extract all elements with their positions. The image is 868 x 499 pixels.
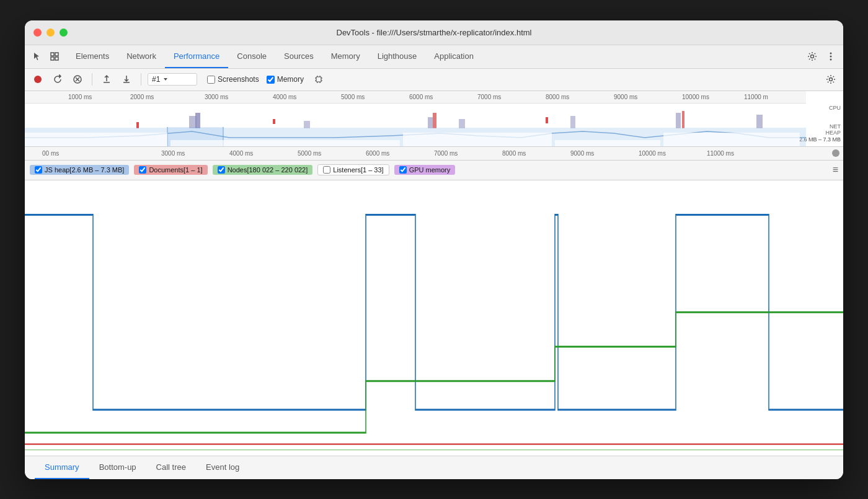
heap-step-2	[170, 140, 400, 146]
overview-label-6000: 6000 ms	[409, 94, 433, 100]
tab-call-tree[interactable]: Call tree	[146, 456, 196, 479]
svg-rect-3	[55, 57, 58, 60]
ruler-label-8000: 8000 ms	[502, 150, 526, 157]
more-icon[interactable]	[823, 49, 838, 64]
svg-point-7	[830, 59, 832, 61]
ruler-label-0: 00 ms	[42, 150, 59, 157]
overview-label-3000: 3000 ms	[205, 94, 228, 100]
cursor-icon[interactable]	[30, 49, 45, 64]
chart-area[interactable]	[25, 180, 843, 456]
overview-label-8000: 8000 ms	[546, 94, 569, 100]
overview-area[interactable]: 1000 ms 2000 ms 3000 ms 4000 ms 5000 ms …	[25, 91, 843, 147]
tab-elements[interactable]: Elements	[67, 45, 118, 68]
tab-event-log[interactable]: Event log	[196, 456, 249, 479]
legend-listeners[interactable]: Listeners[1 – 33]	[317, 164, 389, 175]
svg-rect-27	[273, 119, 275, 124]
memory-checkbox[interactable]: Memory	[267, 75, 304, 84]
reload-button[interactable]	[50, 71, 66, 87]
devtools-window: DevTools - file:///Users/stmarthe/x-repl…	[25, 20, 843, 479]
legend-nodes[interactable]: Nodes[180 022 – 220 022]	[213, 165, 313, 175]
devtools-icon-group	[30, 49, 62, 64]
cpu-profile-icon[interactable]	[311, 72, 326, 87]
memory-chart	[25, 180, 843, 456]
svg-rect-31	[459, 119, 465, 128]
svg-point-4	[811, 55, 814, 58]
svg-rect-36	[756, 115, 763, 128]
ruler-label-5000: 5000 ms	[298, 150, 321, 157]
performance-toolbar: #1 Screenshots Memory	[25, 69, 843, 91]
tab-summary[interactable]: Summary	[35, 456, 89, 479]
ruler-label-4000: 4000 ms	[229, 150, 253, 157]
toolbar-settings-icon[interactable]	[823, 72, 838, 87]
overview-label-4000: 4000 ms	[273, 94, 296, 100]
overview-time-labels: 1000 ms 2000 ms 3000 ms 4000 ms 5000 ms …	[25, 91, 806, 104]
upload-button[interactable]	[99, 71, 115, 87]
inspect-icon[interactable]	[47, 49, 62, 64]
window-controls	[33, 29, 68, 37]
overview-label-10000: 10000 ms	[682, 94, 709, 100]
minimize-button[interactable]	[46, 29, 55, 37]
settings-icon[interactable]	[805, 49, 820, 64]
heap-step-5	[663, 133, 800, 146]
tabbar-right	[805, 49, 838, 64]
bottom-tabs: Summary Bottom-up Call tree Event log	[25, 456, 843, 479]
screenshots-checkbox[interactable]: Screenshots	[207, 75, 259, 84]
heap-step-4	[555, 140, 660, 146]
toolbar-divider-1	[92, 73, 92, 86]
legend-js-heap[interactable]: JS heap[2.6 MB – 7.3 MB]	[30, 165, 129, 175]
tab-bottom-up[interactable]: Bottom-up	[89, 456, 146, 479]
profile-selector[interactable]: #1	[148, 73, 197, 86]
ruler-label-10000: 10000 ms	[639, 150, 666, 157]
legend-gpu-memory[interactable]: GPU memory	[394, 165, 456, 175]
maximize-button[interactable]	[60, 29, 68, 37]
memory-legend: JS heap[2.6 MB – 7.3 MB] Documents[1 – 1…	[25, 161, 843, 180]
overview-label-11000: 11000 m	[744, 94, 768, 100]
timeline-handle[interactable]	[832, 149, 839, 157]
svg-marker-13	[164, 78, 167, 81]
svg-rect-33	[570, 116, 575, 128]
overview-label-1000: 1000 ms	[68, 94, 92, 100]
tab-memory[interactable]: Memory	[322, 45, 369, 68]
tab-network[interactable]: Network	[118, 45, 165, 68]
svg-marker-9	[60, 75, 61, 77]
tab-console[interactable]: Console	[228, 45, 275, 68]
svg-rect-35	[682, 111, 684, 128]
ruler-label-9000: 9000 ms	[570, 150, 594, 157]
ruler-label-3000: 3000 ms	[161, 150, 185, 157]
tabs-list: Elements Network Performance Console Sou…	[67, 45, 805, 68]
titlebar: DevTools - file:///Users/stmarthe/x-repl…	[25, 20, 843, 45]
svg-rect-14	[316, 77, 321, 82]
toolbar-checkboxes: Screenshots Memory	[207, 72, 326, 87]
heap-step-3	[403, 133, 552, 146]
download-button[interactable]	[118, 71, 135, 87]
svg-point-23	[830, 78, 833, 81]
svg-point-8	[34, 76, 42, 83]
window-title: DevTools - file:///Users/stmarthe/x-repl…	[337, 28, 532, 37]
ruler-label-11000: 11000 ms	[707, 150, 734, 157]
tab-sources[interactable]: Sources	[275, 45, 322, 68]
overview-label-5000: 5000 ms	[341, 94, 365, 100]
overview-label-2000: 2000 ms	[130, 94, 154, 100]
svg-rect-32	[546, 117, 548, 123]
tab-performance[interactable]: Performance	[165, 45, 228, 68]
tab-application[interactable]: Application	[425, 45, 482, 68]
svg-rect-34	[676, 113, 681, 128]
timeline-ruler: 00 ms 3000 ms 4000 ms 5000 ms 6000 ms 70…	[25, 147, 843, 161]
ruler-label-6000: 6000 ms	[366, 150, 389, 157]
record-button[interactable]	[30, 71, 46, 87]
tab-lighthouse[interactable]: Lighthouse	[369, 45, 426, 68]
legend-menu-button[interactable]: ≡	[833, 164, 838, 175]
svg-point-5	[830, 53, 832, 55]
svg-rect-1	[55, 53, 58, 56]
ruler-label-7000: 7000 ms	[434, 150, 458, 157]
legend-documents[interactable]: Documents[1 – 1]	[134, 165, 207, 175]
main-tabbar: Elements Network Performance Console Sou…	[25, 45, 843, 69]
svg-rect-30	[433, 113, 436, 128]
svg-rect-26	[195, 113, 200, 128]
overview-label-9000: 9000 ms	[614, 94, 637, 100]
heap-step-1	[25, 133, 167, 146]
close-button[interactable]	[33, 29, 42, 37]
clear-button[interactable]	[69, 71, 86, 87]
toolbar-divider-2	[141, 73, 141, 86]
cpu-label: CPU	[829, 105, 841, 112]
